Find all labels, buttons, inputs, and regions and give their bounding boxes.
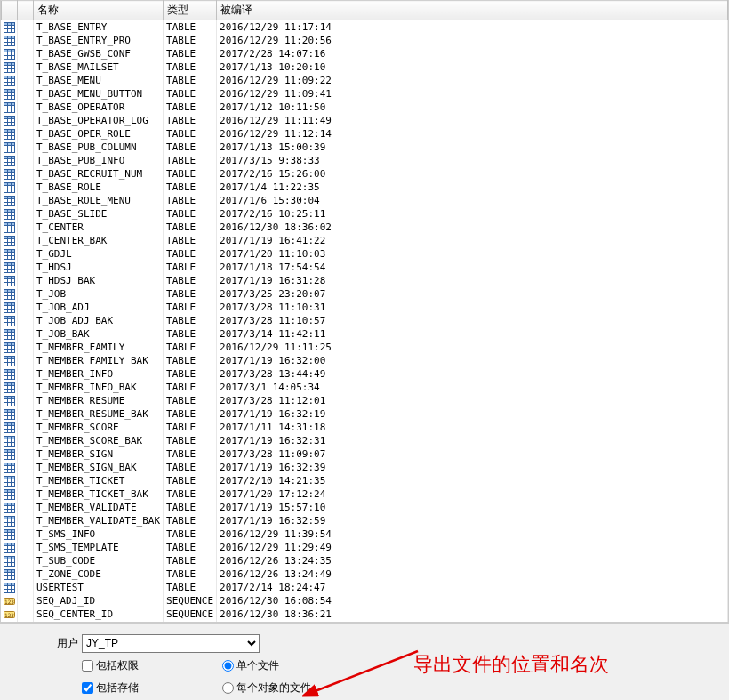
table-row[interactable]: T_MEMBER_SIGN_BAKTABLE2017/1/19 16:32:39 (2, 461, 728, 474)
cell-name: T_BASE_OPERATOR_LOG (34, 114, 164, 127)
table-row[interactable]: T_SUB_CODETABLE2016/12/26 13:24:35 (2, 554, 728, 567)
table-row[interactable]: 123SEQ_CENTER_IDSEQUENCE2016/12/30 18:36… (2, 607, 728, 621)
cell-compiled: 2017/1/19 16:32:39 (217, 461, 728, 474)
table-row[interactable]: T_SMS_TEMPLATETABLE2016/12/29 11:29:49 (2, 541, 728, 554)
table-row[interactable]: USERTESTTABLE2017/2/14 18:24:47 (2, 581, 728, 594)
user-select[interactable]: JY_TP (82, 634, 260, 653)
cell-compiled: 2017/1/11 14:31:18 (217, 421, 728, 434)
table-row[interactable]: T_BASE_ENTRYTABLE2016/12/29 11:17:14 (2, 20, 728, 35)
table-row[interactable]: T_MEMBER_SCORE_BAKTABLE2017/1/19 16:32:3… (2, 434, 728, 447)
cell-name: T_MEMBER_VALIDATE (34, 501, 164, 514)
table-icon (2, 487, 18, 501)
status-icon (18, 221, 34, 234)
cell-name: T_BASE_MAILSET (34, 60, 164, 74)
table-row[interactable]: T_BASE_ENTRY_PROTABLE2016/12/29 11:20:56 (2, 34, 728, 47)
table-row[interactable]: T_MEMBER_FAMILYTABLE2016/12/29 11:11:25 (2, 341, 728, 354)
table-icon (2, 434, 18, 447)
table-row[interactable]: T_BASE_RECRUIT_NUMTABLE2017/2/16 15:26:0… (2, 167, 728, 181)
table-row[interactable]: T_MEMBER_FAMILY_BAKTABLE2017/1/19 16:32:… (2, 354, 728, 367)
table-row[interactable]: T_BASE_SLIDETABLE2017/2/16 10:25:11 (2, 207, 728, 221)
table-row[interactable]: T_BASE_GWSB_CONFTABLE2017/2/28 14:07:16 (2, 47, 728, 60)
table-row[interactable]: T_MEMBER_INFOTABLE2017/3/28 13:44:49 (2, 367, 728, 381)
table-row[interactable]: T_MEMBER_VALIDATE_BAKTABLE2017/1/19 16:3… (2, 514, 728, 527)
cell-name: T_MEMBER_SIGN_BAK (34, 461, 164, 474)
svg-rect-101 (4, 289, 14, 292)
cell-name: T_BASE_ENTRY (34, 20, 164, 35)
table-row[interactable]: T_GDJLTABLE2017/1/20 11:10:03 (2, 247, 728, 261)
table-row[interactable]: T_BASE_OPERATOR_LOGTABLE2016/12/29 11:11… (2, 114, 728, 127)
cell-compiled: 2017/3/15 9:38:33 (217, 154, 728, 167)
table-row[interactable]: T_BASE_OPERATORTABLE2017/1/12 10:11:50 (2, 101, 728, 114)
svg-rect-36 (4, 116, 14, 118)
table-row[interactable]: 123SEQ_ADJ_IDSEQUENCE2016/12/30 16:08:54 (2, 594, 728, 607)
col-icon2[interactable] (18, 1, 34, 20)
status-icon (18, 607, 34, 621)
svg-rect-11 (4, 49, 14, 52)
cell-name: SEQ_ADJ_ID (34, 594, 164, 607)
include-privs-group[interactable]: 包括权限 (82, 658, 139, 673)
status-icon (18, 261, 34, 274)
cell-compiled: 2017/1/19 16:32:00 (217, 354, 728, 367)
export-panel: 用户 JY_TP 包括权限 单个文件 包括存储 每个对象的文件 包括所有者 (0, 623, 729, 700)
table-row[interactable]: T_JOB_ADJTABLE2017/3/28 11:10:31 (2, 301, 728, 314)
table-row[interactable]: T_MEMBER_VALIDATETABLE2017/1/19 15:57:10 (2, 501, 728, 514)
status-icon (18, 461, 34, 474)
table-row[interactable]: T_MEMBER_RESUMETABLE2017/3/28 11:12:01 (2, 394, 728, 407)
table-row[interactable]: T_ZONE_CODETABLE2016/12/26 13:24:49 (2, 567, 728, 581)
object-table-container[interactable]: 名称 类型 被编译 T_BASE_ENTRYTABLE2016/12/29 11… (0, 0, 729, 623)
cell-type: TABLE (164, 487, 217, 501)
table-row[interactable]: T_CENTER_BAKTABLE2017/1/19 16:41:22 (2, 234, 728, 247)
col-compiled[interactable]: 被编译 (217, 1, 728, 20)
file-per-object-radio[interactable] (222, 682, 234, 694)
status-icon (18, 447, 34, 461)
include-storage-checkbox[interactable] (82, 682, 93, 694)
status-icon (18, 181, 34, 194)
table-row[interactable]: T_JOBTABLE2017/3/25 23:20:07 (2, 287, 728, 301)
cell-name: T_BASE_PUB_INFO (34, 154, 164, 167)
table-row[interactable]: T_BASE_MENU_BUTTONTABLE2016/12/29 11:09:… (2, 87, 728, 101)
cell-name: T_SUB_CODE (34, 554, 164, 567)
col-type[interactable]: 类型 (164, 1, 217, 20)
table-icon (2, 274, 18, 287)
table-row[interactable]: T_MEMBER_INFO_BAKTABLE2017/3/1 14:05:34 (2, 381, 728, 394)
table-row[interactable]: T_CENTERTABLE2016/12/30 18:36:02 (2, 221, 728, 234)
single-file-radio[interactable] (222, 660, 234, 672)
cell-type: TABLE (164, 74, 217, 87)
table-row[interactable]: T_MEMBER_TICKETTABLE2017/2/10 14:21:35 (2, 474, 728, 487)
status-icon (18, 247, 34, 261)
table-row[interactable]: T_MEMBER_SIGNTABLE2017/3/28 11:09:07 (2, 447, 728, 461)
table-row[interactable]: T_MEMBER_SCORETABLE2017/1/11 14:31:18 (2, 421, 728, 434)
table-row[interactable]: T_BASE_OPER_ROLETABLE2016/12/29 11:12:14 (2, 127, 728, 141)
svg-rect-16 (4, 62, 14, 65)
cell-type: TABLE (164, 87, 217, 101)
file-per-object-label: 每个对象的文件 (236, 680, 311, 696)
table-row[interactable]: T_HDSJTABLE2017/1/18 17:54:54 (2, 261, 728, 274)
col-icon1[interactable] (2, 1, 18, 20)
include-privs-checkbox[interactable] (82, 660, 93, 672)
cell-name: T_MEMBER_FAMILY (34, 341, 164, 354)
table-row[interactable]: T_BASE_ROLE_MENUTABLE2017/1/6 15:30:04 (2, 194, 728, 207)
cell-name: T_BASE_ENTRY_PRO (34, 34, 164, 47)
status-icon (18, 527, 34, 541)
table-row[interactable]: T_BASE_MENUTABLE2016/12/29 11:09:22 (2, 74, 728, 87)
table-row[interactable]: T_MEMBER_RESUME_BAKTABLE2017/1/19 16:32:… (2, 407, 728, 421)
cell-compiled: 2017/1/20 11:10:03 (217, 247, 728, 261)
col-name[interactable]: 名称 (34, 1, 164, 20)
table-row[interactable]: T_JOB_ADJ_BAKTABLE2017/3/28 11:10:57 (2, 314, 728, 327)
file-per-object-group[interactable]: 每个对象的文件 (222, 680, 311, 696)
table-row[interactable]: T_BASE_MAILSETTABLE2017/1/13 10:20:10 (2, 60, 728, 74)
status-icon (18, 594, 34, 607)
table-row[interactable]: T_JOB_BAKTABLE2017/3/14 11:42:11 (2, 327, 728, 341)
cell-name: T_BASE_OPERATOR (34, 101, 164, 114)
table-row[interactable]: T_BASE_ROLETABLE2017/1/4 11:22:35 (2, 181, 728, 194)
table-row[interactable]: T_BASE_PUB_COLUMNTABLE2017/1/13 15:00:39 (2, 141, 728, 154)
cell-type: TABLE (164, 20, 217, 35)
include-storage-group[interactable]: 包括存储 (82, 680, 139, 696)
table-row[interactable]: T_MEMBER_TICKET_BAKTABLE2017/1/20 17:12:… (2, 487, 728, 501)
single-file-group[interactable]: 单个文件 (222, 658, 279, 673)
status-icon (18, 381, 34, 394)
table-row[interactable]: T_BASE_PUB_INFOTABLE2017/3/15 9:38:33 (2, 154, 728, 167)
table-row[interactable]: T_SMS_INFOTABLE2016/12/29 11:39:54 (2, 527, 728, 541)
cell-compiled: 2016/12/26 13:24:49 (217, 567, 728, 581)
table-row[interactable]: T_HDSJ_BAKTABLE2017/1/19 16:31:28 (2, 274, 728, 287)
